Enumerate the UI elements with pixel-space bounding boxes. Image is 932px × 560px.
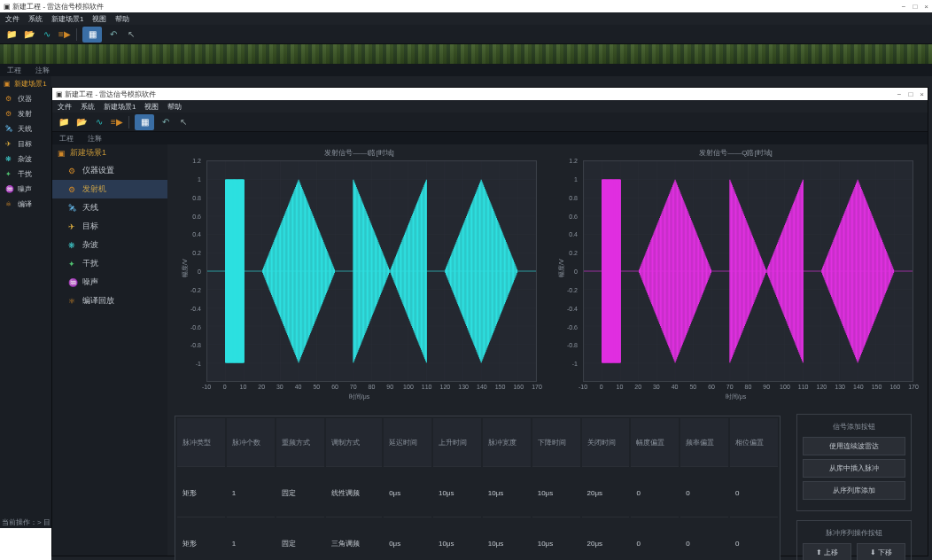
add-from-seq-button[interactable]: 从序列库添加	[803, 481, 905, 500]
sidebar-item-target[interactable]: ✈目标	[52, 217, 167, 236]
signal-chart[interactable]: 发射信号——Q路[时域]-1-0.8-0.6-0.4-0.200.20.40.6…	[551, 144, 920, 401]
column-header[interactable]: 调制方式	[326, 418, 383, 467]
tab-notes[interactable]: 注释	[28, 66, 57, 75]
menu-file[interactable]: 文件	[58, 102, 72, 112]
chart-plot-area[interactable]	[583, 160, 913, 382]
sidebar-item-jam[interactable]: ✦干扰	[52, 254, 167, 273]
y-axis-label: 幅度/V	[557, 259, 566, 277]
menu-view[interactable]: 视图	[144, 102, 159, 112]
sidebar-item-label: 噪声	[82, 276, 98, 288]
table-cell: 线性调频	[326, 469, 383, 517]
column-header[interactable]: 幅度偏置	[631, 418, 679, 467]
move-down-button[interactable]: ⬇ 下移	[857, 543, 905, 560]
table-cell: 10μs	[483, 469, 531, 517]
cursor-icon[interactable]: ↖	[125, 28, 137, 41]
menu-system[interactable]: 系统	[81, 102, 95, 112]
sidebar-item-noise[interactable]: ♒噪声	[0, 182, 51, 197]
column-header[interactable]: 上升时间	[433, 418, 481, 467]
play-lines-icon[interactable]: ≡▶	[111, 116, 123, 128]
sidebar-item-noise[interactable]: ♒噪声	[52, 273, 167, 292]
sidebar-item-compile[interactable]: ⚛编译回放	[52, 292, 167, 310]
sidebar-item-target[interactable]: ✈目标	[0, 136, 51, 152]
waveform-icon[interactable]: ∿	[41, 28, 53, 41]
child-close-button[interactable]: ×	[920, 90, 924, 98]
app-icon: ▣	[4, 3, 11, 11]
column-header[interactable]: 脉冲个数	[227, 418, 275, 467]
menu-scene[interactable]: 新建场景1	[104, 102, 136, 112]
status-area	[0, 528, 51, 560]
waveform-icon[interactable]: ∿	[93, 116, 105, 128]
folder-open-icon[interactable]: 📂	[75, 116, 88, 128]
sidebar-item-tx[interactable]: ⚙发射机	[52, 180, 167, 198]
column-header[interactable]: 延迟时间	[384, 418, 431, 467]
scene-root[interactable]: ▣ 新建场景1	[52, 144, 167, 161]
x-axis: -100102030405060708090100110120130140150…	[583, 384, 913, 394]
pulse-seq-panel: 脉冲序列操作按钮 ⬆ 上移 ⬇ 下移 ○ 编辑脉冲 ◉ 删除脉冲 添加脉冲 收藏…	[796, 520, 912, 560]
undo-icon[interactable]: ↶	[159, 116, 172, 128]
sidebar-item-label: 杂波	[18, 154, 32, 164]
folder-open-icon[interactable]: 📂	[23, 28, 35, 41]
sidebar-item-label: 仪器	[18, 94, 32, 104]
undo-icon[interactable]: ↶	[107, 28, 120, 41]
menu-system[interactable]: 系统	[28, 14, 43, 24]
sidebar-item-compile[interactable]: ⚛编译	[0, 197, 51, 212]
move-up-button[interactable]: ⬆ 上移	[803, 543, 851, 560]
tab-project[interactable]: 工程	[52, 134, 81, 144]
grid-icon[interactable]: ▦	[138, 116, 151, 128]
menu-view[interactable]: 视图	[92, 14, 106, 24]
table-cell: 20μs	[582, 469, 630, 517]
table-row[interactable]: 矩形1固定三角调频0μs10μs10μs10μs20μs000	[177, 519, 778, 560]
use-cw-radar-button[interactable]: 使用连续波雷达	[803, 437, 905, 455]
app-icon: ▣	[56, 90, 63, 98]
sidebar-item-clutter[interactable]: ❋杂波	[52, 236, 167, 254]
sidebar-item-tx[interactable]: ⚙发射	[0, 106, 51, 121]
x-axis-label: 时间/μs	[726, 393, 746, 401]
sidebar-item-instrument[interactable]: ⚙仪器设置	[52, 161, 167, 180]
menu-file[interactable]: 文件	[5, 14, 19, 24]
grid-icon[interactable]: ▦	[86, 28, 98, 41]
sidebar-item-label: 编译	[18, 199, 32, 209]
instrument-icon: ⚙	[5, 95, 14, 104]
column-header[interactable]: 脉冲宽度	[483, 418, 531, 467]
maximize-button[interactable]: □	[913, 3, 917, 11]
minimize-button[interactable]: −	[902, 3, 906, 11]
aerial-map-strip[interactable]	[0, 44, 932, 64]
chart-title: 发射信号——I路[时域]	[175, 144, 544, 161]
tab-project[interactable]: 工程	[0, 66, 28, 75]
column-header[interactable]: 关闭时间	[582, 418, 630, 467]
tab-notes[interactable]: 注释	[81, 134, 109, 144]
sidebar-item-clutter[interactable]: ❋杂波	[0, 152, 51, 167]
column-header[interactable]: 相位偏置	[730, 418, 778, 467]
scene-root[interactable]: ▣ 新建场景1	[0, 76, 51, 91]
sidebar-item-label: 天线	[18, 124, 32, 134]
sidebar-item-antenna[interactable]: 🛰天线	[52, 198, 167, 217]
table-row[interactable]: 矩形1固定线性调频0μs10μs10μs10μs20μs000	[177, 469, 778, 517]
menu-help[interactable]: 帮助	[115, 14, 129, 24]
cursor-icon[interactable]: ↖	[177, 116, 190, 128]
sidebar-item-instrument[interactable]: ⚙仪器	[0, 91, 51, 106]
folder-icon[interactable]: 📁	[5, 28, 18, 41]
menu-help[interactable]: 帮助	[167, 102, 182, 112]
sidebar-item-label: 干扰	[18, 169, 32, 179]
column-header[interactable]: 脉冲类型	[177, 418, 225, 467]
child-maximize-button[interactable]: □	[908, 90, 913, 98]
noise-icon: ♒	[5, 185, 14, 194]
toolbar-separator	[76, 28, 77, 41]
sidebar-item-label: 天线	[82, 202, 98, 214]
column-header[interactable]: 重频方式	[276, 418, 324, 467]
chart-plot-area[interactable]	[206, 160, 537, 382]
column-header[interactable]: 下降时间	[532, 418, 580, 467]
sidebar-item-jam[interactable]: ✦干扰	[0, 167, 51, 182]
jam-icon: ✦	[68, 260, 77, 268]
insert-from-lib-button[interactable]: 从库中插入脉冲	[803, 459, 905, 478]
child-minimize-button[interactable]: −	[897, 90, 902, 98]
column-header[interactable]: 频率偏置	[680, 418, 728, 467]
folder-icon[interactable]: 📁	[58, 116, 70, 128]
play-lines-icon[interactable]: ≡▶	[58, 28, 71, 41]
signal-chart[interactable]: 发射信号——I路[时域]-1-0.8-0.6-0.4-0.200.20.40.6…	[175, 144, 544, 401]
close-button[interactable]: ×	[924, 3, 928, 11]
pulse-table[interactable]: 脉冲类型脉冲个数重频方式调制方式延迟时间上升时间脉冲宽度下降时间关闭时间幅度偏置…	[175, 416, 780, 560]
table-cell: 0μs	[384, 469, 431, 517]
menu-scene[interactable]: 新建场景1	[51, 14, 83, 24]
sidebar-item-antenna[interactable]: 🛰天线	[0, 121, 51, 136]
